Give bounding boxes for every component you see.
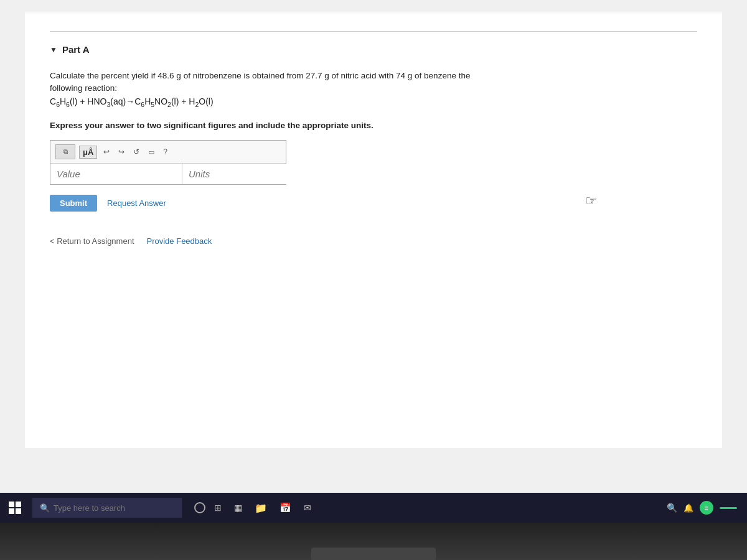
green-app-symbol: ≡	[705, 505, 708, 511]
taskbar: 🔍 ⊞ ▦ 📁 📅 ✉ 🔍 🔔 ≡	[0, 493, 747, 523]
input-row	[50, 164, 286, 184]
taskbar-task-view-icon[interactable]: ▦	[230, 500, 246, 515]
request-answer-link[interactable]: Request Answer	[107, 198, 166, 208]
collapse-arrow-icon[interactable]: ▼	[50, 45, 57, 54]
part-header: ▼ Part A	[50, 44, 697, 55]
keyboard-icon[interactable]: ▭	[146, 147, 157, 157]
taskbar-search-right-icon[interactable]: 🔍	[667, 503, 677, 513]
taskbar-cortana-icon[interactable]: ⊞	[210, 500, 225, 515]
answer-toolbar: ⧉ μÅ ↩ ↪ ↺ ▭ ?	[50, 141, 286, 164]
taskbar-search-icon: 🔍	[40, 503, 50, 513]
taskbar-green-app-icon[interactable]: ≡	[700, 501, 713, 515]
taskbar-green-indicator	[720, 507, 737, 509]
reset-icon[interactable]: ↺	[131, 146, 142, 157]
browser-window: ▼ Part A Calculate the percent yield if …	[0, 0, 747, 504]
taskbar-search-bar[interactable]: 🔍	[32, 498, 182, 518]
question-text: Calculate the percent yield if 48.6 g of…	[50, 70, 486, 110]
taskbar-file-explorer-icon[interactable]: 📁	[251, 500, 271, 516]
laptop-bezel	[0, 523, 747, 560]
submit-button[interactable]: Submit	[50, 195, 97, 212]
mu-button[interactable]: μÅ	[79, 146, 97, 159]
windows-logo-icon	[9, 502, 21, 514]
cortana-symbol: ⊞	[214, 503, 222, 513]
start-button[interactable]	[0, 493, 30, 523]
return-to-assignment-link[interactable]: < Return to Assignment	[50, 236, 134, 246]
taskbar-right-area: 🔍 🔔 ≡	[667, 501, 747, 515]
instruction-text: Express your answer to two significant f…	[50, 121, 697, 130]
question-line1: Calculate the percent yield if 48.6 g of…	[50, 71, 470, 93]
chemical-equation: C6H6(l) + HNO3(aq)→C6H5NO2(l) + H2O(l)	[50, 96, 214, 106]
calendar-symbol: 📅	[280, 502, 291, 513]
undo-icon[interactable]: ↩	[101, 146, 112, 157]
units-input[interactable]	[182, 164, 314, 184]
file-explorer-symbol: 📁	[255, 502, 267, 514]
taskbar-center-icons: ⊞ ▦ 📁 📅 ✉	[194, 500, 315, 516]
taskbar-search-input[interactable]	[54, 503, 174, 513]
template-button[interactable]: ⧉	[55, 144, 75, 159]
taskbar-mail-icon[interactable]: ✉	[300, 500, 315, 515]
taskbar-notification-icon[interactable]: 🔔	[684, 503, 693, 513]
bottom-nav: < Return to Assignment Provide Feedback	[50, 236, 697, 246]
mail-symbol: ✉	[304, 503, 311, 513]
top-divider	[50, 31, 697, 32]
answer-box: ⧉ μÅ ↩ ↪ ↺ ▭ ?	[50, 140, 286, 185]
value-input[interactable]	[50, 164, 182, 184]
help-icon[interactable]: ?	[161, 146, 170, 157]
redo-icon[interactable]: ↪	[116, 146, 127, 157]
taskbar-circle-button[interactable]	[194, 502, 205, 513]
laptop-hinge	[311, 548, 436, 560]
provide-feedback-link[interactable]: Provide Feedback	[147, 236, 212, 246]
content-area: ▼ Part A Calculate the percent yield if …	[25, 12, 722, 448]
part-title: Part A	[62, 44, 90, 55]
buttons-row: Submit Request Answer	[50, 195, 697, 212]
task-view-symbol: ▦	[234, 503, 242, 513]
taskbar-calendar-icon[interactable]: 📅	[276, 500, 295, 516]
template-icon: ⧉	[63, 148, 68, 156]
